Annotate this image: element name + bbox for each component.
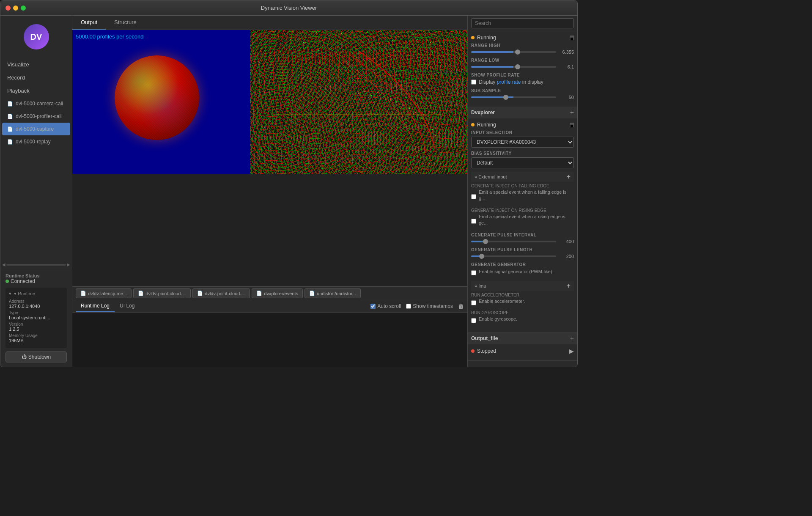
svg-point-20	[398, 36, 399, 37]
sidebar-item-file4[interactable]: 📄 dvl-5000-replay	[0, 135, 72, 148]
module-tab-icon-2: 📄	[197, 291, 203, 296]
power-icon: ⏻	[22, 354, 27, 360]
svg-point-25	[430, 42, 431, 43]
address-label: Address	[9, 299, 63, 304]
module-tab-0[interactable]: 📄 dvldv-latency-me...	[76, 288, 132, 298]
pulse-length-slider[interactable]	[471, 255, 556, 257]
svg-point-18	[386, 34, 387, 35]
search-input[interactable]	[471, 18, 574, 28]
sub-sample-slider[interactable]	[471, 96, 556, 98]
main-status-row: Running ■	[471, 35, 574, 41]
file-icon: 📄	[7, 101, 13, 107]
close-button[interactable]	[5, 5, 11, 11]
accelerometer-label: RUN ACCELEROMETER	[471, 293, 574, 297]
rising-edge-checkbox[interactable]	[471, 219, 476, 224]
output-file-play-button[interactable]: ▶	[569, 348, 574, 354]
show-profile-rate-checkbox[interactable]	[471, 80, 476, 85]
scroll-left-button[interactable]: ◀	[2, 262, 5, 267]
range-low-slider[interactable]	[471, 66, 556, 68]
svg-point-7	[316, 32, 317, 33]
pulse-interval-slider[interactable]	[471, 241, 556, 242]
runtime-section-title: ▾ ▾ Runtime	[9, 291, 63, 296]
imu-header[interactable]: » Imu +	[471, 281, 574, 291]
svg-point-54	[295, 68, 296, 69]
module-tab-4[interactable]: 📄 undistort/undistor...	[304, 288, 361, 298]
module-tab-3[interactable]: 📄 dvxplorer/events	[252, 288, 303, 298]
rp-main-status-body: Running ■ RANGE HIGH 6.355 RANGE LOW 6.1…	[468, 31, 577, 107]
sphere-visualization	[115, 55, 199, 140]
sidebar-item-file3[interactable]: 📄 dvl-5000-capture	[2, 123, 70, 135]
module-tab-icon-0: 📄	[80, 291, 86, 296]
external-input-header[interactable]: » External input +	[471, 172, 574, 182]
svg-point-5	[303, 42, 304, 43]
accelerometer-desc: Enable accelerometer.	[479, 298, 525, 305]
output-file-expand-button[interactable]: +	[570, 335, 574, 342]
log-area: Runtime Log UI Log Auto scroll Show time…	[72, 300, 467, 367]
svg-point-51	[432, 52, 433, 53]
bias-sensitivity-select[interactable]: Default	[471, 157, 574, 168]
output-file-header[interactable]: Output_file +	[468, 332, 577, 344]
scroll-right-button[interactable]: ▶	[67, 262, 70, 267]
dvxplorer-stop-button[interactable]: ■	[570, 123, 574, 127]
svg-point-33	[318, 50, 319, 51]
clear-log-button[interactable]: 🗑	[458, 303, 464, 310]
generator-desc: Enable signal generator (PWM-like).	[479, 269, 554, 275]
profile-rate-link[interactable]: profile rate	[497, 79, 521, 85]
sidebar-item-file1[interactable]: 📄 dvl-5000-camera-cali	[0, 97, 72, 110]
arc-svg	[250, 30, 467, 174]
show-timestamps-checkbox[interactable]	[406, 304, 411, 309]
svg-point-40	[362, 51, 363, 52]
auto-scroll-label[interactable]: Auto scroll	[370, 303, 401, 309]
svg-point-69	[377, 92, 379, 93]
pulse-length-row: 200	[471, 254, 574, 259]
tab-output[interactable]: Output	[72, 16, 106, 30]
svg-point-75	[415, 112, 417, 113]
range-high-slider[interactable]	[471, 51, 556, 53]
svg-point-65	[434, 73, 435, 74]
svg-point-77	[428, 123, 429, 124]
module-tab-2[interactable]: 📄 dvldv-point-cloud-...	[192, 288, 250, 298]
runtime-address: Address 127.0.0.1:4040	[9, 299, 63, 309]
log-tab-runtime[interactable]: Runtime Log	[76, 300, 115, 312]
titlebar: Dynamic Vision Viewer	[0, 0, 577, 16]
sidebar-item-playback[interactable]: Playback	[0, 84, 72, 97]
svg-point-28	[286, 49, 287, 49]
svg-point-61	[384, 75, 384, 76]
sidebar-item-record[interactable]: Record	[0, 71, 72, 84]
runtime-memory: Memory Usage 196MB	[9, 333, 63, 343]
svg-point-35	[331, 48, 332, 49]
input-selection-select[interactable]: DVXPLORER #XA000043	[471, 137, 574, 148]
sidebar-item-file2[interactable]: 📄 dvl-5000-profiler-cali	[0, 110, 72, 123]
log-tab-ui[interactable]: UI Log	[115, 300, 140, 312]
minimize-button[interactable]	[13, 5, 18, 11]
external-input-expand-button[interactable]: +	[567, 173, 571, 180]
shutdown-button[interactable]: ⏻ Shutdown	[5, 351, 67, 362]
show-timestamps-label[interactable]: Show timestamps	[406, 303, 453, 309]
svg-point-45	[394, 49, 395, 50]
dvxplorer-header[interactable]: Dvxplorer +	[468, 107, 577, 118]
svg-point-55	[307, 76, 308, 77]
pulse-interval-value: 400	[559, 239, 574, 244]
stop-button[interactable]: ■	[570, 36, 574, 40]
module-tab-1[interactable]: 📄 dvldv-point-cloud-...	[133, 288, 191, 298]
maximize-button[interactable]	[21, 5, 26, 11]
generator-label: GENERATE GENERATOR	[471, 262, 574, 267]
svg-point-49	[420, 57, 420, 58]
generator-checkbox[interactable]	[471, 270, 476, 275]
gyroscope-desc: Enable gyroscope.	[479, 316, 517, 322]
auto-scroll-checkbox[interactable]	[370, 304, 376, 309]
dvxplorer-expand-button[interactable]: +	[570, 109, 574, 116]
tab-structure[interactable]: Structure	[106, 16, 145, 30]
accelerometer-checkbox[interactable]	[471, 300, 476, 305]
scroll-track	[6, 264, 66, 266]
accelerometer-row: Enable accelerometer.	[471, 298, 574, 307]
falling-edge-checkbox[interactable]	[471, 194, 476, 199]
memory-label: Memory Usage	[9, 333, 63, 338]
imu-expand-button[interactable]: +	[567, 283, 571, 289]
rising-edge-desc: Emit a special event when a rising edge …	[479, 214, 574, 227]
sidebar-item-visualize[interactable]: Visualize	[0, 58, 72, 71]
version-value: 1.2.5	[9, 327, 63, 332]
svg-point-38	[350, 52, 351, 53]
rp-search	[468, 16, 577, 31]
gyroscope-checkbox[interactable]	[471, 318, 476, 323]
